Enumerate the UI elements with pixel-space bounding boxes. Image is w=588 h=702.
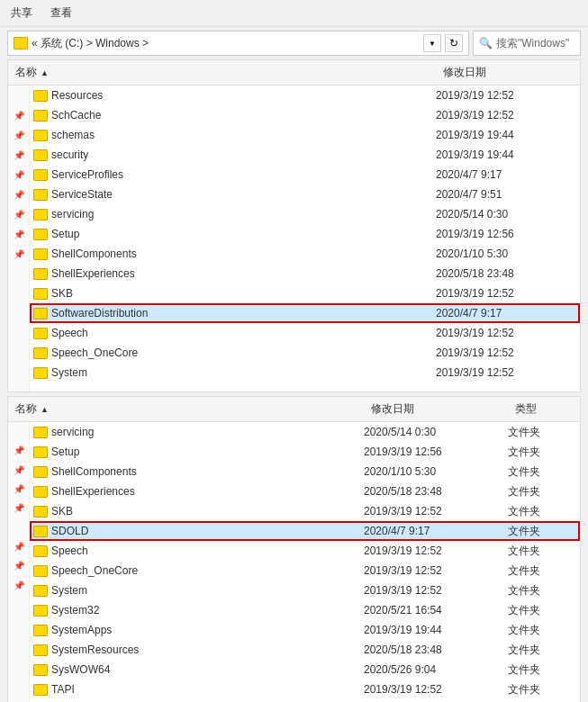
table-row[interactable]: servicing2020/5/14 0:30文件夹: [30, 422, 580, 442]
table-row[interactable]: SKB2019/3/19 12:52: [30, 284, 580, 303]
table-row[interactable]: ShellExperiences2020/5/18 23:48: [30, 264, 580, 284]
pin-item[interactable]: [8, 284, 29, 303]
file-date: 2019/3/19 19:44: [364, 624, 508, 636]
file-name-cell: System: [33, 366, 436, 379]
pin-item[interactable]: [8, 303, 29, 323]
pin-item[interactable]: 📌: [8, 184, 29, 204]
file-date: 2019/3/19 19:44: [436, 148, 580, 161]
pin-item[interactable]: 📌: [8, 499, 29, 518]
folder-icon: [33, 367, 48, 379]
table-row[interactable]: Setup2019/3/19 12:56文件夹: [30, 442, 580, 462]
file-type: 文件夹: [508, 583, 580, 598]
bottom-col-name-header[interactable]: 名称 ▲: [8, 400, 364, 418]
pin-item[interactable]: [8, 343, 29, 363]
bottom-col-type-header[interactable]: 类型: [508, 400, 580, 418]
pin-item[interactable]: [8, 614, 29, 633]
pin-item[interactable]: 📌: [8, 461, 29, 480]
table-row[interactable]: SystemResources2020/5/18 23:48文件夹: [30, 640, 580, 660]
pin-item[interactable]: 📌: [8, 165, 29, 184]
table-row[interactable]: TAPI2019/3/19 12:52文件夹: [30, 680, 580, 699]
table-row[interactable]: ServiceProfiles2020/4/7 9:17: [30, 165, 580, 184]
file-name: SystemApps: [51, 624, 112, 636]
table-row[interactable]: SDOLD2020/4/7 9:17文件夹: [30, 521, 580, 541]
table-row[interactable]: SoftwareDistribution2020/4/7 9:17: [30, 303, 580, 323]
table-row[interactable]: System2019/3/19 12:52: [30, 363, 580, 382]
search-box[interactable]: 🔍 搜索"Windows": [473, 31, 581, 56]
table-row[interactable]: ShellComponents2020/1/10 5:30: [30, 244, 580, 264]
pin-item[interactable]: 📌: [8, 441, 29, 460]
table-row[interactable]: Resources2019/3/19 12:52: [30, 86, 580, 105]
file-date: 2020/1/10 5:30: [436, 248, 580, 260]
pin-item[interactable]: 📌: [8, 244, 29, 264]
pin-item[interactable]: [8, 652, 29, 671]
pin-item[interactable]: [8, 86, 29, 105]
file-name-cell: SDOLD: [33, 525, 364, 537]
table-row[interactable]: ServiceState2020/4/7 9:51: [30, 184, 580, 204]
table-row[interactable]: servicing2020/5/14 0:30: [30, 204, 580, 224]
toolbar: 共享 查看: [0, 0, 588, 27]
col-name-header[interactable]: 名称 ▲: [8, 63, 436, 82]
file-name: System: [51, 366, 87, 379]
view-button[interactable]: 查看: [47, 4, 76, 22]
address-bar[interactable]: « 系统 (C:) > Windows > ▼ ↻: [7, 31, 469, 56]
table-row[interactable]: Setup2019/3/19 12:56: [30, 224, 580, 244]
file-name-cell: SysWOW64: [33, 663, 364, 676]
pin-item[interactable]: 📌: [8, 537, 29, 556]
pin-item[interactable]: [8, 595, 29, 614]
pin-item[interactable]: [8, 323, 29, 343]
file-date: 2019/3/19 12:52: [364, 683, 508, 696]
pin-item[interactable]: [8, 518, 29, 537]
table-row[interactable]: Speech_OneCore2019/3/19 12:52文件夹: [30, 561, 580, 580]
file-name: ShellComponents: [51, 465, 137, 478]
file-name: SoftwareDistribution: [51, 307, 148, 320]
file-name-cell: ShellComponents: [33, 248, 436, 260]
pin-item[interactable]: 📌: [8, 204, 29, 224]
refresh-button[interactable]: ↻: [445, 34, 463, 52]
address-dropdown-button[interactable]: ▼: [423, 34, 441, 52]
folder-icon: [33, 486, 48, 498]
file-name: servicing: [51, 208, 94, 220]
table-row[interactable]: security2019/3/19 19:44: [30, 145, 580, 165]
file-type: 文件夹: [508, 524, 580, 539]
folder-icon: [33, 248, 48, 260]
bottom-col-date-header[interactable]: 修改日期: [364, 400, 508, 418]
file-date: 2019/3/19 12:52: [436, 327, 580, 339]
table-row[interactable]: Speech_OneCore2019/3/19 12:52: [30, 343, 580, 363]
pin-item[interactable]: 📌: [8, 105, 29, 125]
pin-item[interactable]: [8, 363, 29, 382]
table-row[interactable]: schemas2019/3/19 19:44: [30, 125, 580, 145]
file-name-cell: ServiceState: [33, 188, 436, 201]
file-name: SKB: [51, 505, 73, 518]
file-name-cell: TAPI: [33, 683, 364, 696]
table-row[interactable]: Speech2019/3/19 12:52文件夹: [30, 541, 580, 561]
file-name: ShellExperiences: [51, 267, 135, 280]
pin-item[interactable]: [8, 264, 29, 284]
pin-item[interactable]: 📌: [8, 556, 29, 575]
table-row[interactable]: SystemApps2019/3/19 19:44文件夹: [30, 620, 580, 640]
pin-item[interactable]: [8, 691, 29, 702]
pin-item[interactable]: 📌: [8, 224, 29, 244]
col-date-header[interactable]: 修改日期: [436, 63, 580, 82]
pin-item[interactable]: [8, 634, 29, 652]
folder-icon: [33, 684, 48, 696]
file-name-cell: SchCache: [33, 109, 436, 122]
pin-item[interactable]: [8, 422, 29, 441]
pin-item[interactable]: 📌: [8, 576, 29, 595]
pin-item[interactable]: [8, 671, 29, 690]
pin-item[interactable]: 📌: [8, 125, 29, 145]
table-row[interactable]: SysWOW642020/5/26 9:04文件夹: [30, 660, 580, 680]
table-row[interactable]: Speech2019/3/19 12:52: [30, 323, 580, 343]
share-button[interactable]: 共享: [7, 4, 36, 22]
table-row[interactable]: System322020/5/21 16:54文件夹: [30, 600, 580, 620]
pin-item[interactable]: 📌: [8, 480, 29, 499]
file-type: 文件夹: [508, 623, 580, 638]
top-pane-header: 名称 ▲ 修改日期: [8, 60, 580, 86]
file-name-cell: SKB: [33, 505, 364, 518]
table-row[interactable]: SKB2019/3/19 12:52文件夹: [30, 501, 580, 521]
file-name-cell: schemas: [33, 129, 436, 141]
table-row[interactable]: System2019/3/19 12:52文件夹: [30, 580, 580, 600]
table-row[interactable]: ShellComponents2020/1/10 5:30文件夹: [30, 462, 580, 482]
pin-item[interactable]: 📌: [8, 145, 29, 165]
table-row[interactable]: SchCache2019/3/19 12:52: [30, 105, 580, 125]
table-row[interactable]: ShellExperiences2020/5/18 23:48文件夹: [30, 482, 580, 501]
